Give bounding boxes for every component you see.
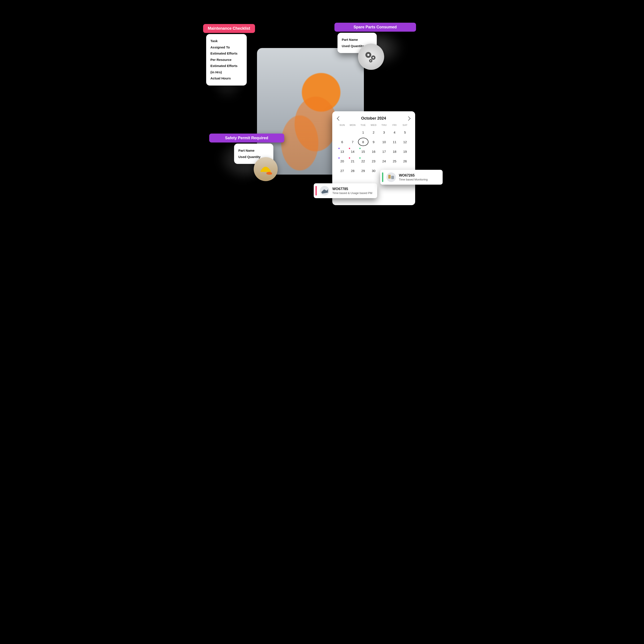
- calendar-day[interactable]: 9: [368, 138, 379, 146]
- svg-point-1: [367, 54, 369, 56]
- svg-rect-6: [388, 175, 391, 179]
- svg-rect-7: [391, 176, 394, 179]
- calendar-day[interactable]: 11: [389, 138, 400, 146]
- calendar-day[interactable]: 3: [379, 128, 389, 136]
- calendar-day[interactable]: 18: [389, 147, 400, 156]
- calendar-day[interactable]: 21: [348, 157, 358, 165]
- gear-icon: [362, 48, 380, 66]
- calendar-day[interactable]: 17: [379, 147, 389, 156]
- calendar-day[interactable]: 28: [348, 166, 358, 175]
- calendar-day[interactable]: 23: [368, 157, 379, 165]
- stage: Maintenance Checklist Task Assigned To E…: [201, 0, 443, 241]
- checklist-field: Estimated Efforts Per Resource: [211, 50, 242, 63]
- calendar-day[interactable]: 26: [400, 157, 410, 165]
- checklist-field: Estimated Efforts (in Hrs): [211, 63, 242, 75]
- calendar-dow-row: SUN MON TUE WED THU FRI SAT: [337, 124, 410, 126]
- work-order-card[interactable]: WO67265 Time based Monitoring: [380, 170, 443, 185]
- wo-id: WO67265: [399, 173, 428, 177]
- calendar-day[interactable]: 5: [400, 128, 410, 136]
- hardhat-icon: [257, 161, 274, 178]
- dow: FRI: [389, 124, 400, 126]
- dow: MON: [348, 124, 358, 126]
- calendar-day[interactable]: 10: [379, 138, 389, 146]
- wo-desc: Time based Monitoring: [399, 178, 428, 181]
- spare-parts-header: Spare Parts Consumed: [334, 23, 416, 32]
- calendar-day[interactable]: 16: [368, 147, 379, 156]
- ppe-badge: [254, 157, 278, 181]
- calendar-day[interactable]: 14: [348, 147, 358, 156]
- calendar-day[interactable]: 27: [337, 166, 348, 175]
- spare-parts-field: Part Name: [342, 37, 372, 43]
- dow: TUE: [358, 124, 368, 126]
- calendar-day[interactable]: 7: [348, 138, 358, 146]
- calendar-next-button[interactable]: [406, 116, 410, 120]
- calendar-day[interactable]: 13: [337, 147, 348, 156]
- calendar-day[interactable]: 22: [358, 157, 368, 165]
- svg-point-3: [372, 57, 374, 58]
- checklist-field: Assigned To: [211, 44, 242, 51]
- calendar-day[interactable]: 29: [358, 166, 368, 175]
- checklist-field: Task: [211, 38, 242, 44]
- safety-permit-field: Part Name: [238, 147, 269, 154]
- wo-id: WO67785: [332, 187, 372, 191]
- calendar-day[interactable]: 12: [400, 138, 410, 146]
- checklist-card: Task Assigned To Estimated Efforts Per R…: [206, 34, 247, 86]
- calendar-day[interactable]: 1: [358, 128, 368, 136]
- wo-color-bar: [315, 186, 317, 195]
- gears-badge: [358, 44, 384, 70]
- dow: SAT: [400, 124, 410, 126]
- dow: SUN: [337, 124, 348, 126]
- oil-can-icon: [320, 186, 329, 195]
- wo-color-bar: [382, 172, 383, 182]
- calendar-day[interactable]: 6: [337, 138, 348, 146]
- calendar-day[interactable]: 8: [358, 138, 368, 146]
- dow: WED: [368, 124, 379, 126]
- safety-permit-header: Safety Permit Required: [209, 133, 284, 142]
- parts-icon: [386, 172, 396, 182]
- calendar-day[interactable]: 30: [368, 166, 379, 175]
- wo-desc: Time based & Usage based PM: [332, 191, 372, 195]
- calendar-prev-button[interactable]: [337, 116, 341, 120]
- calendar-grid: ..12345678910111213141516171819202122232…: [337, 128, 410, 175]
- work-order-card[interactable]: WO67785 Time based & Usage based PM: [314, 183, 377, 198]
- calendar-day[interactable]: 15: [358, 147, 368, 156]
- calendar-day[interactable]: 24: [379, 157, 389, 165]
- calendar-day[interactable]: 2: [368, 128, 379, 136]
- calendar-day[interactable]: 25: [389, 157, 400, 165]
- calendar-day[interactable]: 19: [400, 147, 410, 156]
- checklist-header: Maintenance Checklist: [203, 24, 255, 33]
- calendar-day[interactable]: 4: [389, 128, 400, 136]
- calendar-day[interactable]: 20: [337, 157, 348, 165]
- svg-point-5: [370, 60, 371, 61]
- dow: THU: [379, 124, 389, 126]
- calendar-title: October 2024: [361, 116, 386, 121]
- checklist-field: Actual Hours: [211, 75, 242, 82]
